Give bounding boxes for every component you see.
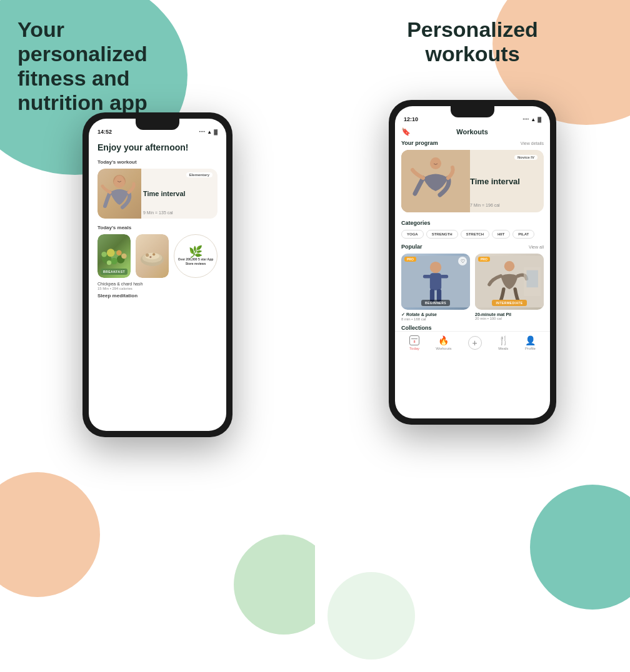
workout-card-body: Elementary Time interval 9 Min = 135 cal bbox=[138, 169, 218, 219]
second-meal-card[interactable] bbox=[136, 234, 169, 278]
left-panel: Your personalized fitness and nutrition … bbox=[0, 0, 315, 672]
svg-point-10 bbox=[121, 254, 126, 259]
cat-yoga[interactable]: YOGA bbox=[401, 230, 424, 239]
popular-section: Popular View all bbox=[395, 241, 550, 324]
program-card-image bbox=[401, 150, 470, 212]
popular-card-2[interactable]: PRO INTERMEDIATE bbox=[475, 254, 544, 310]
svg-point-20 bbox=[431, 157, 441, 167]
battery-icon: ▓ bbox=[214, 129, 218, 135]
categories-label: Categories bbox=[401, 220, 544, 226]
svg-point-22 bbox=[430, 262, 441, 273]
right-wifi-icon: ▲ bbox=[531, 117, 536, 122]
right-phone-screen: 12:10 ···· ▲ ▓ 🔖 Workouts Your bbox=[395, 106, 550, 418]
svg-point-16 bbox=[152, 253, 155, 255]
program-title: Time interval bbox=[470, 177, 538, 187]
workout-meta: 9 Min = 135 cal bbox=[143, 210, 212, 215]
bottom-nav: 8 Today 🔥 Workouts + 🍴 Meals bbox=[395, 331, 550, 355]
popular-1-heart[interactable]: ♡ bbox=[458, 257, 467, 265]
right-nav-bar: 🔖 Workouts bbox=[395, 125, 550, 140]
nav-today-label: Today bbox=[409, 347, 419, 350]
wifi-icon: ▲ bbox=[207, 129, 212, 135]
svg-point-7 bbox=[116, 250, 121, 255]
program-card[interactable]: Novice IV Time interval 7 Min = 196 cal bbox=[401, 150, 544, 212]
popular-2-name: 20-minute mat Pil bbox=[475, 312, 544, 317]
popular-1-pro-badge: PRO bbox=[404, 257, 416, 262]
right-status-time: 12:10 bbox=[404, 116, 418, 122]
your-program-label: Your program bbox=[401, 140, 438, 146]
meal-macros: 15 Min • 294 calories bbox=[98, 287, 218, 290]
second-meal-image bbox=[136, 234, 169, 278]
left-bg-peach bbox=[0, 472, 100, 597]
right-phone-notch bbox=[451, 106, 494, 117]
nav-meals[interactable]: 🍴 Meals bbox=[498, 335, 509, 350]
popular-2-level-badge: INTERMEDIATE bbox=[475, 295, 544, 307]
svg-point-29 bbox=[504, 261, 515, 272]
left-phone: 14:52 ···· ▲ ▓ Enjoy your afternoon! Tod… bbox=[82, 112, 232, 437]
yoga-figure-right bbox=[401, 150, 470, 212]
popular-row: PRO BEGINNERS ♡ ✓ Rotate & pulse 8 min •… bbox=[401, 254, 544, 321]
popular-1-info: ✓ Rotate & pulse 8 min • 168 cal bbox=[401, 310, 470, 321]
award-text: Over 200,000 5 star App Store reviews bbox=[174, 257, 217, 265]
workout-card-image bbox=[98, 169, 141, 219]
workout-title: Time interval bbox=[143, 190, 212, 197]
add-icon: + bbox=[468, 336, 482, 350]
svg-point-9 bbox=[111, 257, 118, 264]
left-screen-content: Enjoy your afternoon! Today's workout bbox=[89, 137, 226, 305]
right-battery-icon: ▓ bbox=[538, 117, 541, 122]
nav-add[interactable]: + bbox=[468, 336, 482, 350]
popular-2-meta: 20 min • 100 cal bbox=[475, 317, 544, 320]
calendar-icon: 8 bbox=[409, 335, 419, 345]
nav-today[interactable]: 8 Today bbox=[409, 335, 419, 350]
nav-workouts-label: Workouts bbox=[436, 347, 451, 350]
cat-hiit[interactable]: HIIT bbox=[492, 230, 510, 239]
fork-knife-icon: 🍴 bbox=[498, 335, 509, 345]
popular-card-1[interactable]: PRO BEGINNERS ♡ bbox=[401, 254, 470, 310]
popular-1-meta: 8 min • 168 cal bbox=[401, 317, 470, 321]
cat-stretch[interactable]: STRETCH bbox=[461, 230, 489, 239]
svg-point-2 bbox=[115, 175, 124, 184]
nav-profile[interactable]: 👤 Profile bbox=[525, 335, 536, 350]
cat-strength[interactable]: STRENGTH bbox=[426, 230, 458, 239]
right-status-right: ···· ▲ ▓ bbox=[522, 116, 541, 122]
right-panel: Personalized workouts 12:10 ···· ▲ ▓ 🔖 bbox=[315, 0, 630, 672]
left-headline: Your personalized fitness and nutrition … bbox=[18, 17, 155, 115]
nav-workouts[interactable]: 🔥 Workouts bbox=[436, 335, 451, 350]
categories-section: Categories YOGA STRENGTH STRETCH HIIT PI… bbox=[395, 216, 550, 241]
program-card-body: Novice IV Time interval 7 Min = 196 cal bbox=[464, 150, 544, 212]
popular-2-pro-badge: PRO bbox=[478, 257, 490, 262]
left-bg-mint bbox=[234, 535, 315, 635]
program-section: Your program View details bbox=[395, 140, 550, 216]
other-meal-svg bbox=[136, 234, 169, 278]
program-header: Your program View details bbox=[401, 140, 544, 146]
cat-pilates[interactable]: PILAT bbox=[512, 230, 534, 239]
meal-name: Chickpea & chard hash bbox=[98, 282, 218, 286]
popular-item-2: PRO INTERMEDIATE 20-minute mat Pil 20 mi… bbox=[475, 254, 544, 321]
award-badge: 🌿 Over 200,000 5 star App Store reviews bbox=[174, 234, 218, 278]
workout-card[interactable]: Elementary Time interval 9 Min = 135 cal bbox=[98, 169, 218, 219]
program-meta: 7 Min = 196 cal bbox=[470, 203, 538, 207]
popular-2-info: 20-minute mat Pil 20 min • 100 cal bbox=[475, 310, 544, 320]
nav-profile-label: Profile bbox=[525, 347, 536, 350]
svg-point-8 bbox=[101, 252, 106, 257]
meals-row: BREAKFAST bbox=[98, 234, 218, 278]
svg-point-15 bbox=[146, 254, 149, 257]
categories-row: YOGA STRENGTH STRETCH HIIT PILAT bbox=[401, 230, 544, 239]
svg-point-6 bbox=[107, 249, 115, 257]
left-phone-wrap: 14:52 ···· ▲ ▓ Enjoy your afternoon! Tod… bbox=[82, 112, 232, 437]
meal-badge: BREAKFAST bbox=[101, 269, 128, 275]
right-bg-mint bbox=[328, 572, 415, 660]
popular-1-level-text: BEGINNERS bbox=[421, 300, 450, 306]
view-details[interactable]: View details bbox=[521, 141, 544, 146]
right-bg-teal bbox=[530, 485, 630, 610]
sleep-label: Sleep meditation bbox=[98, 293, 218, 299]
bookmark-icon: 🔖 bbox=[401, 127, 411, 136]
left-phone-screen: 14:52 ···· ▲ ▓ Enjoy your afternoon! Tod… bbox=[89, 119, 226, 431]
status-right: ···· ▲ ▓ bbox=[199, 129, 218, 135]
profile-icon: 👤 bbox=[525, 335, 536, 345]
right-dots-icon: ···· bbox=[522, 116, 529, 122]
view-all[interactable]: View all bbox=[529, 245, 544, 249]
right-phone: 12:10 ···· ▲ ▓ 🔖 Workouts Your bbox=[389, 100, 556, 425]
right-nav-title: Workouts bbox=[456, 128, 488, 136]
status-time: 14:52 bbox=[98, 129, 112, 135]
breakfast-card[interactable]: BREAKFAST bbox=[98, 234, 131, 278]
